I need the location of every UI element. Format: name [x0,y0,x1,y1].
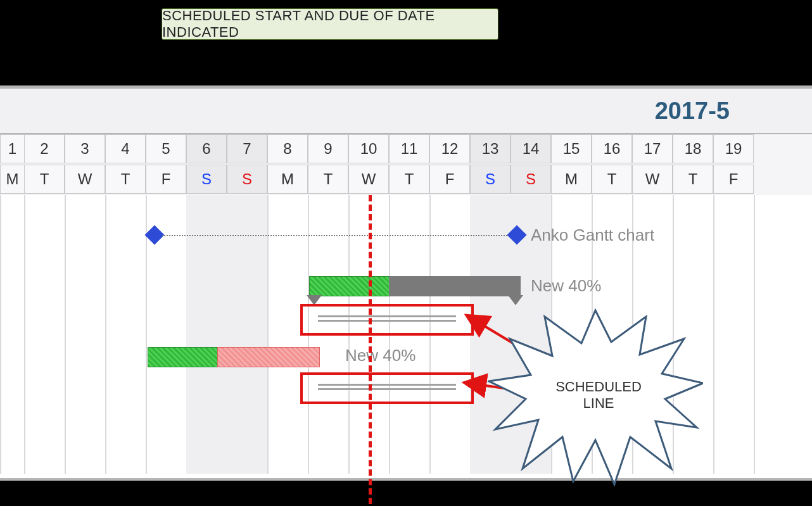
period-row: 2017-5 [0,89,812,134]
day-number-cell: 7 [227,134,267,163]
day-number-cell: 6 [186,134,227,163]
day-of-week-cell: F [713,165,754,194]
title-box: SCHEDULED START AND DUE OF DATE INDICATE… [162,8,498,40]
day-of-week-cell: F [429,165,470,194]
day-number-cell: 4 [105,134,146,163]
callout-box-2 [300,372,474,404]
day-of-week-row: MTWTFSSMTWTFSSMTWTF [0,165,812,195]
day-of-week-cell: T [389,165,429,194]
grid-line [754,195,755,474]
task-1-label: New 40% [531,276,601,296]
day-of-week-cell: M [267,165,308,194]
day-number-cell: 16 [592,134,632,163]
day-number-cell: 19 [713,134,754,163]
title-text: SCHEDULED START AND DUE OF DATE INDICATE… [162,8,498,41]
day-of-week-cell: W [632,165,673,194]
day-of-week-cell: W [348,165,389,194]
day-number-cell: 12 [429,134,470,163]
summary-start-diamond-icon [144,225,164,244]
grid-line [267,195,269,474]
day-number-cell: 15 [551,134,592,163]
day-of-week-cell: M [0,165,24,194]
day-number-row: 12345678910111213141516171819 [0,134,812,165]
summary-span [162,235,512,236]
starburst-callout: SCHEDULED LINE [488,304,703,488]
grid-line [24,195,25,474]
day-of-week-cell: T [673,165,713,194]
task-2-label: New 40% [345,346,416,365]
day-number-cell: 2 [24,134,65,163]
day-number-cell: 14 [511,134,551,163]
grid-line [713,195,714,474]
day-number-cell: 11 [389,134,429,163]
day-of-week-cell: W [65,165,105,194]
day-of-week-cell: T [24,165,65,194]
parent-task-label: Anko Gantt chart [531,225,654,245]
grid-line [0,195,1,474]
day-number-cell: 3 [65,134,105,163]
weekend-column [227,195,267,474]
starburst-text: SCHEDULED LINE [542,379,656,412]
day-number-cell: 8 [267,134,308,163]
day-of-week-cell: S [470,165,511,194]
weekend-column [186,195,227,474]
day-of-week-cell: M [551,165,592,194]
day-number-cell: 18 [673,134,713,163]
day-of-week-cell: S [186,165,227,194]
day-of-week-cell: T [308,165,348,194]
day-of-week-cell: T [105,165,146,194]
day-number-cell: 10 [348,134,389,163]
grid-line [105,195,106,474]
day-number-cell: 9 [308,134,348,163]
day-number-cell: 17 [632,134,673,163]
callout-box-1 [300,304,474,336]
today-line [369,195,372,504]
period-label: 2017-5 [655,98,730,125]
day-of-week-cell: F [146,165,186,194]
task-bar-1[interactable] [309,276,521,296]
day-number-cell: 1 [0,134,24,163]
day-number-cell: 13 [470,134,511,163]
day-number-cell: 5 [146,134,186,163]
task-bar-2[interactable] [148,347,319,367]
day-of-week-cell: T [592,165,632,194]
grid-line [65,195,66,474]
day-of-week-cell: S [227,165,267,194]
day-of-week-cell: S [511,165,551,194]
